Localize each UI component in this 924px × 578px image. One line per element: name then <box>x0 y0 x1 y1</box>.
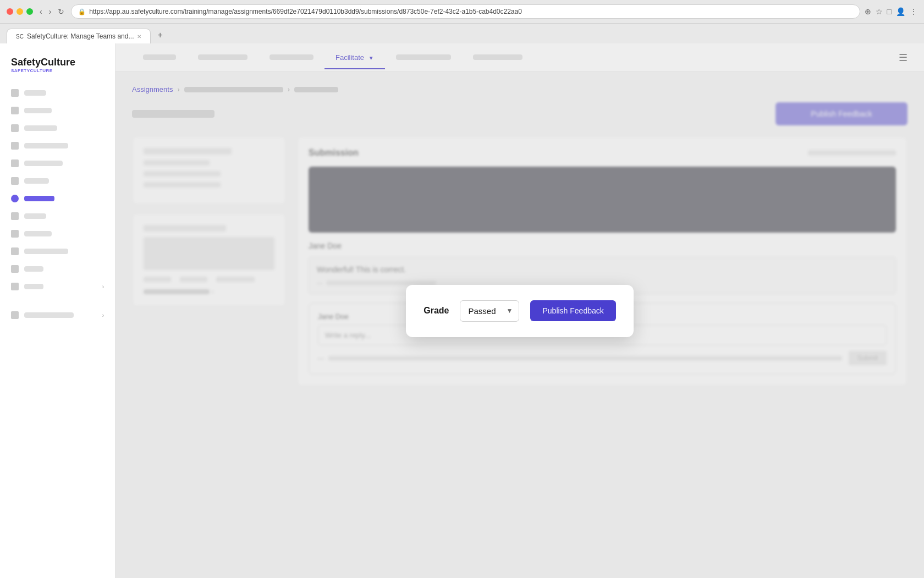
browser-chrome: ‹ › ↻ 🔒 https://app.au.safetyculture.com… <box>0 0 924 24</box>
sidebar-label-templates <box>24 161 63 166</box>
nav-label-6 <box>473 54 522 60</box>
address-bar[interactable]: 🔒 https://app.au.safetyculture.com/train… <box>71 4 860 19</box>
tab-close-button[interactable]: ✕ <box>137 34 141 40</box>
submission-title: Submission <box>309 148 359 158</box>
sidebar-label-inspections <box>24 143 68 148</box>
browser-actions: ⊕ ☆ □ 👤 ⋮ <box>865 7 917 16</box>
sidebar-item-templates[interactable] <box>0 155 115 172</box>
nav-item-2[interactable] <box>187 46 258 69</box>
back-button[interactable]: ‹ <box>37 5 45 18</box>
page-title <box>132 110 215 118</box>
sites-icon <box>11 265 19 273</box>
more-chevron-icon: › <box>102 284 104 290</box>
publish-feedback-popup-button[interactable]: Publish Feedback <box>530 300 615 321</box>
integrations-icon <box>11 247 19 255</box>
sidebar-item-inspections[interactable] <box>0 137 115 155</box>
refresh-button[interactable]: ↻ <box>56 5 67 18</box>
submit-reply-button[interactable]: Submit <box>849 351 887 365</box>
nav-items: Facilitate ▼ <box>132 46 899 69</box>
submission-header: Submission <box>309 148 896 158</box>
breadcrumb-assignments[interactable]: Assignments <box>132 85 173 93</box>
new-tab-button[interactable]: + <box>152 27 168 43</box>
browser-dots <box>7 8 33 15</box>
breadcrumb-end <box>294 87 338 92</box>
users-icon <box>11 212 19 220</box>
zoom-icon[interactable]: ⊕ <box>865 7 871 16</box>
nav-item-5[interactable] <box>385 46 462 69</box>
nav-item-facilitate[interactable]: Facilitate ▼ <box>324 46 385 69</box>
breadcrumb-mid <box>184 87 283 92</box>
card2-stats <box>144 277 274 282</box>
nav-label-1 <box>143 54 176 60</box>
sidebar-item-groups[interactable] <box>0 225 115 243</box>
app-layout: SafetyCulture safetyculture <box>0 43 924 578</box>
breadcrumb-sep-2: › <box>288 85 290 93</box>
active-tab[interactable]: SC SafetyCulture: Manage Teams and... ✕ <box>7 29 151 43</box>
nav-item-1[interactable] <box>132 46 187 69</box>
extensions-icon[interactable]: □ <box>887 7 892 16</box>
sidebar-label-integrations <box>24 249 68 254</box>
sidebar-logo: SafetyCulture safetyculture <box>0 52 115 84</box>
card-line-3 <box>144 171 221 177</box>
right-column: Submission Jane Doe Wonderful! This is c… <box>297 136 908 386</box>
submission-card: Submission Jane Doe Wonderful! This is c… <box>297 136 908 386</box>
sidebar-label-issues <box>24 108 52 113</box>
nav-label-3 <box>270 54 314 60</box>
tab-favicon: SC <box>16 34 24 40</box>
sidebar-label-assets <box>24 178 49 184</box>
extra-chevron-icon: › <box>102 312 104 318</box>
video-block <box>309 167 896 233</box>
sidebar-item-extra[interactable]: › <box>0 306 115 324</box>
grade-popup: Grade Passed Failed Pending ▼ Publish Fe… <box>406 285 634 337</box>
dot-red[interactable] <box>7 8 13 15</box>
sidebar-item-assets[interactable] <box>0 172 115 190</box>
dot-yellow[interactable] <box>16 8 23 15</box>
sidebar-item-sites[interactable] <box>0 260 115 278</box>
hamburger-icon[interactable]: ☰ <box>899 52 908 63</box>
sidebar-item-more[interactable]: › <box>0 278 115 295</box>
sidebar-label-extra <box>24 312 74 318</box>
nav-item-3[interactable] <box>258 46 324 69</box>
forward-button[interactable]: › <box>47 5 54 18</box>
tab-bar: SC SafetyCulture: Manage Teams and... ✕ … <box>0 24 924 43</box>
assets-icon <box>11 177 19 185</box>
browser-nav: ‹ › ↻ <box>37 5 67 18</box>
grade-select-wrapper: Passed Failed Pending ▼ <box>460 300 519 322</box>
logo-main: SafetyCulture <box>11 57 104 68</box>
dot-green[interactable] <box>26 8 33 15</box>
card-line-2 <box>144 160 210 166</box>
sidebar-label-users <box>24 213 46 219</box>
card2-link-blur <box>144 289 210 294</box>
sidebar-label-groups <box>24 231 52 236</box>
sidebar-item-issues[interactable] <box>0 102 115 119</box>
menu-icon[interactable]: ⋮ <box>910 7 917 16</box>
page-header: Publish Feedback <box>132 102 908 125</box>
card-line-1 <box>144 148 232 155</box>
reply-toolbar-icon: — <box>318 355 324 361</box>
nav-item-6[interactable] <box>462 46 534 69</box>
publish-feedback-header-button[interactable]: Publish Feedback <box>776 102 908 125</box>
extra-icon <box>11 311 19 319</box>
sidebar-item-home[interactable] <box>0 84 115 102</box>
sidebar-item-integrations[interactable] <box>0 243 115 260</box>
left-card-1 <box>132 136 286 205</box>
lock-icon: 🔒 <box>78 8 86 15</box>
sidebar-item-actions[interactable] <box>0 119 115 137</box>
issues-icon <box>11 107 19 114</box>
logo-tagline: safetyculture <box>11 68 104 73</box>
sidebar-label-sites <box>24 266 43 272</box>
stat-3 <box>216 277 255 282</box>
star-icon[interactable]: ☆ <box>876 7 883 16</box>
templates-icon <box>11 159 19 167</box>
reply-actions: — Submit <box>318 351 887 365</box>
training-icon <box>11 195 19 202</box>
profile-icon[interactable]: 👤 <box>896 7 905 16</box>
sidebar-item-users[interactable] <box>0 207 115 225</box>
more-icon <box>11 283 19 290</box>
sidebar-label-home <box>24 90 46 96</box>
facilitate-dropdown-icon: ▼ <box>369 55 374 61</box>
nav-label-5 <box>396 54 451 60</box>
grade-select[interactable]: Passed Failed Pending <box>460 300 519 322</box>
left-column: › <box>132 136 286 386</box>
sidebar-item-training[interactable] <box>0 190 115 207</box>
